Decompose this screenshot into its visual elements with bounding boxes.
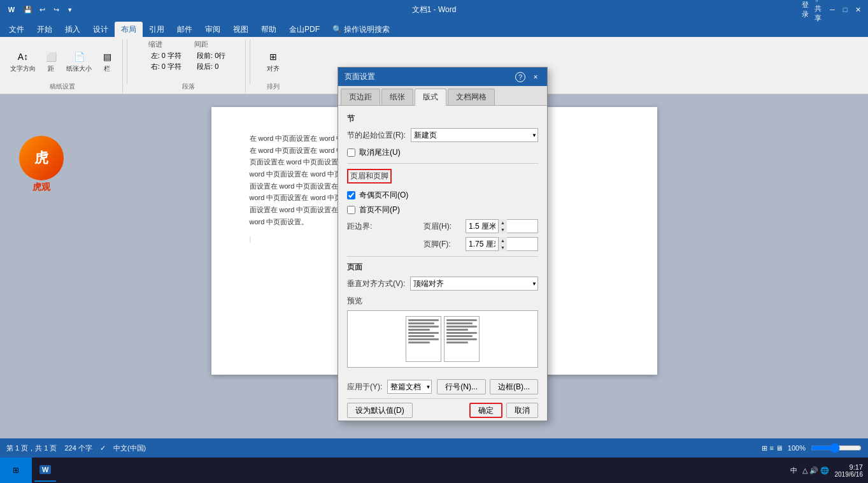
paper-size-button[interactable]: 📄 纸张大小 (64, 48, 94, 75)
header-value-input[interactable] (466, 220, 498, 233)
ribbon-group-setup-label: 稿纸设置 (50, 82, 75, 91)
space-after-btn[interactable]: 段后: 0 (194, 61, 228, 72)
cancel-button[interactable]: 取消 (506, 403, 538, 418)
vertical-align-select[interactable]: 顶端对齐 (410, 277, 538, 291)
tab-design[interactable]: 设计 (87, 22, 115, 37)
space-before-btn[interactable]: 段前: 0行 (194, 50, 228, 61)
preview-line (408, 342, 430, 343)
login-button[interactable]: 登录 (802, 4, 812, 15)
confirm-area: 设为默认值(D) 确定 取消 (347, 398, 538, 418)
close-button[interactable]: ✕ (853, 4, 863, 15)
preview-line (408, 332, 439, 334)
footer-spin-down[interactable]: ▼ (498, 244, 507, 251)
footer-value-input[interactable] (466, 238, 498, 250)
odd-even-checkbox[interactable] (347, 191, 355, 199)
footer-spin-up[interactable]: ▲ (498, 237, 507, 244)
indent-right-btn[interactable]: 右: 0 字符 (148, 61, 184, 72)
save-button[interactable]: 💾 (22, 3, 34, 16)
margins-button[interactable]: ⬜ 距 (41, 48, 61, 75)
more-qa-button[interactable]: ▾ (64, 3, 76, 16)
tab-review[interactable]: 审阅 (199, 22, 227, 37)
text-direction-button[interactable]: A↕ 文字方向 (8, 48, 38, 75)
windows-icon: ⊞ (13, 466, 19, 475)
tab-home[interactable]: 开始 (31, 22, 59, 37)
taskbar-right: 中 △ 🔊 🌐 9:17 2019/6/16 (790, 463, 868, 478)
indent-left-btn[interactable]: 左: 0 字符 (148, 50, 184, 61)
title-bar: W 💾 ↩ ↪ ▾ 文档1 - Word 登录 ♂ 共享 ─ □ ✕ (0, 0, 868, 19)
header-spin-up[interactable]: ▲ (498, 219, 507, 226)
line-number-button[interactable]: 行号(N)... (437, 379, 486, 394)
status-left: 第 1 页，共 1 页 224 个字 ✓ 中文(中国) (6, 443, 146, 453)
preview-page-left (406, 316, 441, 362)
dialog-help-button[interactable]: ? (515, 72, 525, 82)
undo-button[interactable]: ↩ (36, 3, 48, 16)
vertical-align-label: 垂直对齐方式(V): (347, 278, 405, 289)
tab-view[interactable]: 视图 (227, 22, 255, 37)
apply-to-select-wrapper: 整篇文档 ▼ (387, 380, 432, 394)
taskbar-date: 2019/6/16 (835, 471, 864, 478)
tab-file[interactable]: 文件 (3, 22, 31, 37)
dialog-title: 页面设置 (345, 71, 375, 82)
header-footer-label-text: 页眉和页脚 (350, 171, 388, 180)
section-start-label: 节的起始位置(R): (347, 130, 406, 141)
tab-insert[interactable]: 插入 (59, 22, 87, 37)
distance-row: 距边界: 页眉(H): ▲ ▼ (347, 219, 538, 233)
first-diff-checkbox[interactable] (347, 206, 355, 214)
taskbar-items: W (32, 459, 59, 482)
text-direction-label: 文字方向 (10, 64, 36, 73)
tab-search[interactable]: 🔍 操作说明搜索 (326, 22, 396, 37)
restore-button[interactable]: □ (840, 4, 850, 15)
zoom-slider[interactable] (811, 443, 862, 453)
taskbar-start-button[interactable]: ⊞ (0, 458, 32, 483)
section-start-select[interactable]: 新建页 (411, 128, 538, 142)
set-default-button[interactable]: 设为默认值(D) (347, 403, 413, 418)
tab-help[interactable]: 帮助 (255, 22, 283, 37)
taskbar-word-item[interactable]: W (34, 459, 56, 482)
redo-button[interactable]: ↪ (50, 3, 62, 16)
page-section-label: 页面 (347, 262, 538, 273)
page-setup-dialog[interactable]: 页面设置 ? × 页边距 纸张 版式 文档网格 节 节的起始位置(R): 新建页 (338, 67, 548, 421)
tab-layout[interactable]: 版式 (415, 89, 446, 106)
align-button[interactable]: ⊞ 对齐 (263, 48, 283, 75)
preview-line (446, 326, 477, 328)
check-icon[interactable]: ✓ (100, 444, 106, 452)
tab-mailings[interactable]: 邮件 (171, 22, 199, 37)
status-right: ⊞ ≡ 🖥 100% (762, 443, 862, 453)
input-method-label[interactable]: 中 (790, 466, 797, 475)
paper-size-icon: 📄 (71, 49, 87, 64)
footer-spin-buttons: ▲ ▼ (498, 237, 507, 251)
header-spin-down[interactable]: ▼ (498, 226, 507, 233)
header-spin-field: ▲ ▼ (466, 219, 538, 233)
preview-line (446, 329, 468, 331)
endnote-label: 取消尾注(U) (359, 147, 401, 158)
title-bar-right: 登录 ♂ 共享 ─ □ ✕ (802, 4, 863, 15)
align-icon: ⊞ (266, 49, 281, 64)
minimize-button[interactable]: ─ (827, 4, 837, 15)
ribbon-group-content-setup: A↕ 文字方向 ⬜ 距 📄 纸张大小 ▤ 栏 (8, 40, 117, 82)
share-button[interactable]: ♂ 共享 (815, 4, 825, 15)
tab-pdf[interactable]: 金山PDF (283, 22, 326, 37)
word-logo-icon: W (5, 3, 18, 16)
endnote-checkbox[interactable] (347, 148, 355, 157)
borders-button[interactable]: 边框(B)... (490, 379, 538, 394)
ribbon-group-arrange-label: 排列 (267, 82, 280, 91)
vertical-align-select-wrapper: 顶端对齐 ▼ (410, 277, 538, 291)
text-direction-icon: A↕ (15, 49, 31, 64)
tab-layout[interactable]: 布局 (115, 22, 143, 37)
preview-line (446, 319, 477, 321)
columns-icon: ▤ (99, 49, 115, 64)
tab-references[interactable]: 引用 (143, 22, 171, 37)
distance-label: 距边界: (347, 221, 385, 232)
apply-to-select[interactable]: 整篇文档 (387, 380, 432, 394)
tab-paper[interactable]: 纸张 (381, 89, 413, 105)
tab-page-margins[interactable]: 页边距 (341, 89, 380, 105)
columns-button[interactable]: ▤ 栏 (97, 48, 117, 75)
dialog-close-button[interactable]: × (530, 72, 541, 82)
ok-button[interactable]: 确定 (469, 403, 502, 418)
tab-doc-grid[interactable]: 文档网格 (448, 89, 495, 105)
preview-line (446, 322, 473, 324)
ribbon-group-paragraph-label: 段落 (182, 82, 195, 91)
window-title: 文档1 - Word (412, 4, 457, 15)
taskbar-word-icon: W (39, 465, 51, 474)
ribbon-paragraph-content: 缩进 左: 0 字符 右: 0 字符 间距 段前: 0行 段后: 0 (148, 40, 229, 82)
